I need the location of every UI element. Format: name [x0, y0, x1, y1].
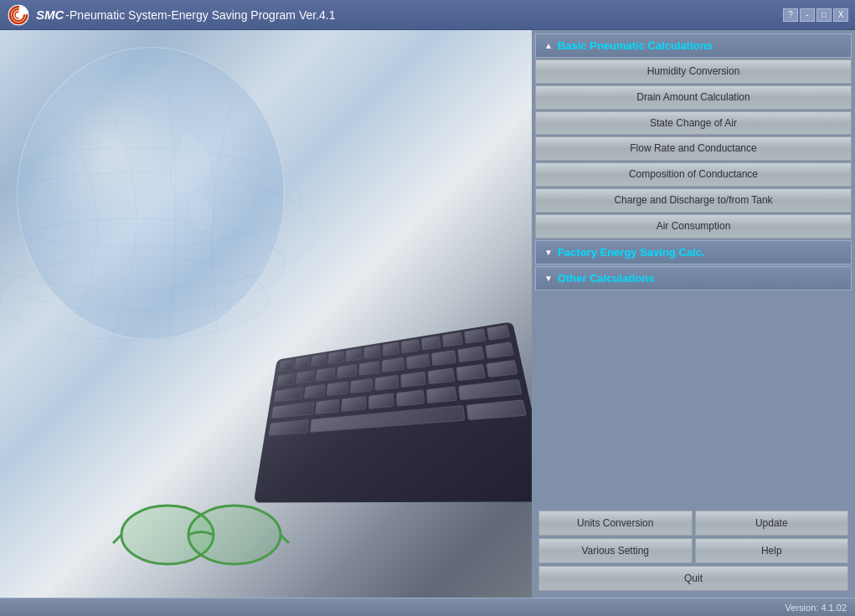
factory-energy-section-header[interactable]: ▼ Factory Energy Saving Calc.	[535, 240, 852, 264]
svg-point-6	[188, 506, 281, 564]
smc-logo-icon	[7, 3, 30, 27]
basic-section-arrow: ▲	[544, 41, 553, 50]
quit-button[interactable]: Quit	[538, 566, 848, 591]
other-section-arrow: ▼	[544, 274, 553, 283]
svg-point-1	[0, 147, 301, 248]
svg-point-2	[0, 172, 318, 290]
submenu-area	[535, 292, 852, 506]
smc-logo: SMC	[7, 3, 64, 27]
charge-discharge-btn[interactable]: Charge and Discharge to/from Tank	[535, 188, 852, 213]
status-bar: Version: 4.1.02	[0, 598, 855, 616]
version-label: Version: 4.1.02	[785, 603, 847, 613]
factory-section-arrow: ▼	[544, 248, 553, 257]
humidity-conversion-btn[interactable]: Humidity Conversion	[535, 59, 852, 84]
state-change-btn[interactable]: State Change of Air	[535, 111, 852, 136]
units-conversion-button[interactable]: Units Conversion	[538, 511, 693, 536]
main-content: ▲ Basic Pneumatic Calculations Humidity …	[0, 30, 855, 598]
minimize-button[interactable]: ?	[783, 8, 798, 22]
flow-rate-btn[interactable]: Flow Rate and Conductance	[535, 136, 852, 161]
other-calculations-section-header[interactable]: ▼ Other Calculations	[535, 266, 852, 290]
factory-section-label: Factory Energy Saving Calc.	[558, 246, 705, 259]
hero-image-panel	[0, 30, 532, 598]
update-button[interactable]: Update	[695, 511, 849, 536]
basic-section-label: Basic Pneumatic Calculations	[558, 39, 713, 52]
app-title: -Pneumatic System-Energy Saving Program …	[65, 8, 335, 22]
help-button[interactable]: Help	[695, 538, 849, 563]
window-controls: ? - □ X	[783, 8, 848, 22]
svg-point-3	[0, 218, 285, 311]
basic-pneumatic-section-header[interactable]: ▲ Basic Pneumatic Calculations	[535, 33, 852, 58]
maximize-button[interactable]: □	[816, 8, 832, 22]
composition-btn[interactable]: Composition of Conductance	[535, 162, 852, 187]
other-section-label: Other Calculations	[558, 272, 655, 285]
bottom-buttons-area: Units Conversion Update Various Setting …	[535, 507, 852, 594]
glasses-decoration	[109, 497, 293, 572]
svg-point-4	[0, 256, 268, 340]
smc-brand-text: SMC	[36, 8, 64, 22]
restore-button[interactable]: -	[800, 8, 815, 22]
close-button[interactable]: X	[833, 8, 848, 22]
title-bar: SMC -Pneumatic System-Energy Saving Prog…	[0, 0, 855, 30]
drain-amount-btn[interactable]: Drain Amount Calculation	[535, 85, 852, 110]
air-consumption-btn[interactable]: Air Consumption	[535, 214, 852, 239]
various-setting-button[interactable]: Various Setting	[538, 538, 693, 563]
right-panel: ▲ Basic Pneumatic Calculations Humidity …	[532, 30, 855, 598]
